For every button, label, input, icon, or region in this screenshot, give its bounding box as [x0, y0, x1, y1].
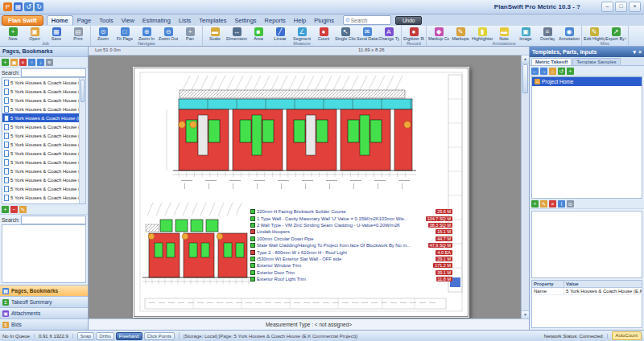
canvas-viewport[interactable]: 220mm H Facing Brickwork Soilder Course2…: [89, 55, 529, 318]
tab-tools[interactable]: Tools: [95, 16, 118, 25]
legend-item[interactable]: (530mm W) Exterior Slat Wall - OFF side2…: [250, 256, 452, 262]
ribbon-button-markup-color[interactable]: ◆Markup Color: [428, 27, 449, 41]
tab-home[interactable]: Home: [47, 15, 73, 25]
page-list-item[interactable]: 5 York Houses & Coach House (E,K Comm: [2, 78, 80, 87]
legend-item[interactable]: Slate Wall Cladding/Hanging To Project f…: [250, 242, 452, 249]
edit-bookmark-icon[interactable]: ✎: [19, 206, 27, 213]
page-list-item[interactable]: 5 York Houses & Coach House (E,K Comm: [2, 175, 80, 184]
panel-section-takeoff-summary[interactable]: ΣTakeoff Summary: [0, 296, 88, 307]
ribbon-button-single-click[interactable]: ↖Single Click: [335, 27, 356, 41]
app-logo-icon[interactable]: P: [3, 2, 12, 11]
toggle-click-points[interactable]: Click Points: [144, 332, 175, 340]
ribbon-button-save[interactable]: ▦Save: [46, 27, 67, 41]
tab-view[interactable]: View: [118, 16, 138, 25]
ribbon-button-zoom-out[interactable]: ⊖Zoom Out: [158, 27, 179, 41]
legend-item[interactable]: Exterior Window Trim171.2 M: [250, 262, 452, 269]
ribbon-button-segment[interactable]: ∠Segment: [291, 27, 312, 41]
canvas-scrollbar-thumb[interactable]: [522, 64, 528, 93]
ribbon-button-edit-highlighter[interactable]: ✎Edit Highlighter: [584, 27, 605, 41]
minimize-button[interactable]: –: [601, 2, 613, 12]
templates-tab-metric-takeoff[interactable]: Metric Takeoff: [531, 58, 572, 65]
save-icon[interactable]: ▦: [14, 2, 23, 11]
delete-part-icon[interactable]: ×: [549, 200, 556, 207]
property-row[interactable]: Name5 York Houses & Coach House (E,K Com…: [532, 288, 642, 295]
page-list-item[interactable]: 5 York Houses & Coach House (E,K Comm: [2, 105, 80, 113]
attachments-icon[interactable]: ▣: [2, 310, 9, 317]
ribbon-button-markups[interactable]: ✎Markups: [450, 27, 471, 41]
legend-item[interactable]: Type 2 - 800mm W x 610mm H - Roof Light4…: [250, 249, 452, 255]
ribbon-button-highlighter[interactable]: ▮Highlighter: [472, 27, 493, 41]
open-folder-icon[interactable]: ▣: [10, 59, 18, 66]
bookmarks-search-input[interactable]: [21, 216, 86, 224]
tab-reports[interactable]: Reports: [261, 16, 290, 25]
ribbon-button-zoom-in[interactable]: ⊕Zoom In: [136, 27, 157, 41]
home-icon[interactable]: ⌂: [549, 68, 556, 75]
takeoff-summary-icon[interactable]: Σ: [2, 299, 9, 306]
edit-part-icon[interactable]: ✎: [540, 200, 547, 207]
page-list-item[interactable]: 5 York Houses & Coach House (E,K Comm: [2, 149, 80, 158]
delete-page-icon[interactable]: ×: [19, 59, 27, 66]
undo-button[interactable]: Undo: [395, 16, 423, 25]
ribbon-button-open[interactable]: ▣Open: [24, 27, 45, 41]
find-part-icon[interactable]: ⊙: [567, 200, 574, 207]
tab-templates[interactable]: Templates: [195, 16, 230, 25]
legend-item[interactable]: Exterior Roof Light Trim11.8 M: [250, 276, 452, 282]
ribbon-button-digitizer-record[interactable]: ●Digitizer Record: [403, 27, 424, 41]
scroll-up-icon[interactable]: ▲: [522, 55, 529, 64]
tab-plugins[interactable]: Plugins: [310, 16, 338, 25]
legend-item[interactable]: 1 Type Wall - Cavity Masonary Wall 'U' V…: [250, 215, 452, 221]
legend-item[interactable]: 2 Wall Type - VM Zinc Striding Seam Clad…: [250, 222, 452, 228]
ribbon-button-area[interactable]: ■Area: [248, 27, 269, 41]
panel-section-pages-bookmarks[interactable]: ▤Pages, Bookmarks: [0, 285, 88, 296]
pages-icon[interactable]: ▤: [2, 288, 9, 294]
page-list-item[interactable]: 5 York Houses & Coach House (E,K Comm: [2, 140, 80, 149]
scroll-down-icon[interactable]: ▼: [522, 310, 529, 318]
ribbon-button-annotations[interactable]: ◉Annotations: [559, 27, 580, 41]
pin-icon[interactable]: ▾: [633, 49, 636, 55]
tab-help[interactable]: Help: [290, 16, 310, 25]
toggle-freehand[interactable]: Freehand: [116, 332, 142, 340]
ribbon-button-scale[interactable]: ▬Scale: [204, 27, 225, 41]
app-menu-button[interactable]: Plan Swift: [2, 15, 43, 26]
tab-settings[interactable]: Settings: [230, 16, 260, 25]
ribbon-button-linear[interactable]: ╱Linear: [270, 27, 291, 41]
pages-list-scrollbar[interactable]: [79, 78, 85, 203]
tab-estimating[interactable]: Estimating: [138, 16, 175, 25]
maximize-button[interactable]: □: [615, 2, 627, 12]
ribbon-button-send-data[interactable]: ✉Send Data: [357, 27, 378, 41]
ribbon-button-note[interactable]: ▬Note: [493, 27, 514, 41]
add-part-icon[interactable]: +: [531, 200, 539, 207]
new-item-icon[interactable]: +: [567, 68, 574, 75]
ribbon-button-count[interactable]: ●Count: [313, 27, 334, 41]
page-list-item[interactable]: 5 York Houses & Coach House (E,K Comm: [2, 193, 80, 202]
undo-icon[interactable]: ↺: [24, 2, 33, 11]
page-list-item[interactable]: 5 York Houses & Coach House (E,K Comm: [2, 166, 80, 175]
add-bookmark-icon[interactable]: +: [2, 206, 9, 213]
panel-section-attachments[interactable]: ▣Attachments: [0, 307, 88, 318]
legend-item[interactable]: Exterior Door Trim39.1 M: [250, 269, 452, 276]
close-icon[interactable]: ×: [638, 49, 642, 55]
page-settings-icon[interactable]: ≡: [46, 59, 53, 66]
ribbon-button-dimension[interactable]: ↔Dimension: [226, 27, 247, 41]
remove-bookmark-icon[interactable]: −: [10, 206, 18, 213]
ribbon-button-pan[interactable]: +Pan: [180, 27, 200, 41]
panel-section-bids[interactable]: $Bids: [0, 318, 88, 330]
ribbon-button-zoom[interactable]: ⊙Zoom: [93, 27, 114, 41]
ribbon-button-image[interactable]: ▣Image: [515, 27, 536, 41]
refresh-icon[interactable]: ↺: [558, 68, 565, 75]
tab-lists[interactable]: Lists: [175, 16, 195, 25]
pages-search-input[interactable]: [21, 68, 86, 77]
legend-item[interactable]: 100mm Circular Down Pipe44.7 M: [250, 236, 452, 242]
autocount-badge[interactable]: AutoCount: [612, 331, 642, 340]
legend-item[interactable]: Lindab Hoopers16.1 M: [250, 228, 452, 235]
tab-page[interactable]: Page: [73, 16, 96, 25]
drawing-sheet[interactable]: 220mm H Facing Brickwork Soilder Course2…: [133, 67, 469, 318]
ribbon-button-overlay[interactable]: ≡Overlay: [537, 27, 558, 41]
ribbon-button-change-type-size[interactable]: AChange Type Size: [378, 27, 399, 41]
legend-item[interactable]: 220mm H Facing Brickwork Soilder Course2…: [250, 208, 452, 215]
back-icon[interactable]: ←: [531, 68, 539, 75]
page-list-item[interactable]: 5 York Houses & Coach House (E,K Comm: [2, 184, 80, 193]
templates-tab-template-samples[interactable]: Template Samples: [572, 58, 620, 65]
page-list-item[interactable]: 5 York Houses & Coach House (E,K Comm: [2, 158, 80, 166]
part-info-icon[interactable]: i: [558, 200, 565, 207]
